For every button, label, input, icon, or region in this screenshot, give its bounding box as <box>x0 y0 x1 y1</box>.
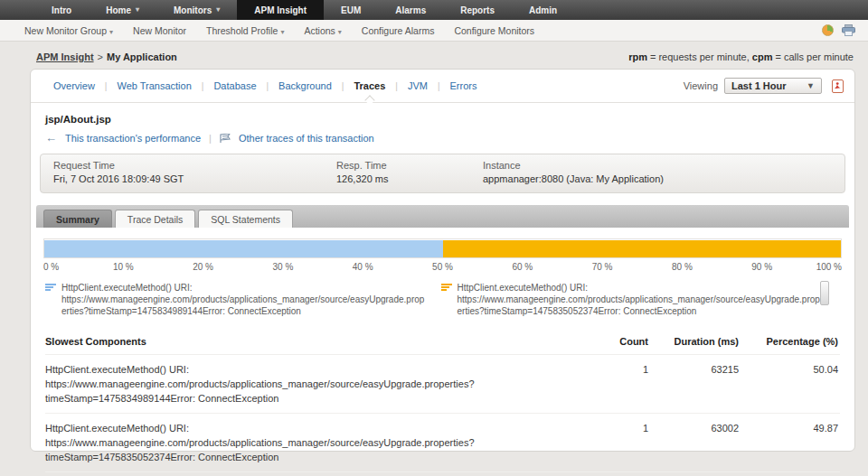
header-count: Count <box>576 336 648 347</box>
nav-item-admin[interactable]: Admin <box>512 0 574 20</box>
tab-traces[interactable]: Traces <box>344 80 395 91</box>
x-tick-label: 20 % <box>193 262 213 272</box>
subtab-trace-details[interactable]: Trace Details <box>115 210 195 228</box>
nav-item-home[interactable]: Home▾ <box>89 0 156 20</box>
x-tick-label: 70 % <box>592 262 613 272</box>
nav-item-intro[interactable]: Intro <box>34 0 89 20</box>
component-breakdown-chart: 0 %10 %20 %30 %40 %50 %60 %70 %80 %90 %1… <box>31 228 854 274</box>
nav-item-apm-insight[interactable]: APM Insight <box>237 0 324 20</box>
slowest-components-table: Slowest Components Count Duration (ms) P… <box>45 330 840 476</box>
nav-item-alarms[interactable]: Alarms <box>378 0 443 20</box>
stacked-bar-plot <box>43 238 842 258</box>
nav-item-label: Admin <box>529 5 557 15</box>
table-row[interactable]: org/apache/jsp/jsp/licenseinfo_jsp._jspS… <box>45 471 840 476</box>
rpm-term: rpm <box>628 51 647 62</box>
legend-item-1: HttpClient.executeMethod() URI:https://w… <box>45 282 429 317</box>
table-header-row: Slowest Components Count Duration (ms) P… <box>45 330 840 354</box>
viewing-control: Viewing Last 1 Hour ▼ <box>684 78 844 94</box>
transaction-title: jsp/About.jsp <box>31 103 854 132</box>
tab-overview[interactable]: Overview <box>43 80 105 91</box>
chevron-down-icon: ▾ <box>136 6 139 14</box>
breadcrumb-separator: > <box>98 51 103 62</box>
section-tabs: Overview|Web Transaction|Database|Backgr… <box>31 70 854 103</box>
info-label: Instance <box>483 159 832 173</box>
legend-text: HttpClient.executeMethod() URI:https://w… <box>458 282 825 317</box>
legend-detail: https://www.manageengine.com/products/ap… <box>61 294 429 317</box>
x-tick-label: 80 % <box>672 262 693 272</box>
units-note: rpm = requests per minute, cpm = calls p… <box>628 51 854 62</box>
chevron-down-icon: ▾ <box>216 6 220 14</box>
header-percentage: Percentage (%) <box>739 336 840 347</box>
x-tick-label: 60 % <box>512 262 533 272</box>
toolbar-item-actions[interactable]: Actions▾ <box>294 25 351 36</box>
info-field-resp-time: Resp. Time126,320 ms <box>336 159 483 186</box>
x-tick-label: 100 % <box>816 262 842 272</box>
subtab-summary[interactable]: Summary <box>43 210 112 228</box>
info-value: Fri, 7 Oct 2016 18:09:49 SGT <box>53 173 336 186</box>
toolbar-item-threshold-profile[interactable]: Threshold Profile▾ <box>196 25 294 36</box>
nav-item-label: Home <box>106 5 131 15</box>
nav-item-label: EUM <box>341 5 361 15</box>
table-row[interactable]: HttpClient.executeMethod() URI: https://… <box>45 413 840 471</box>
other-traces-link[interactable]: Other traces of this transaction <box>239 133 374 144</box>
cpm-term: cpm <box>752 51 773 62</box>
cell-duration: 63215 <box>648 362 739 377</box>
pdf-export-icon[interactable] <box>832 79 844 93</box>
x-tick-label: 40 % <box>353 262 373 272</box>
info-label: Resp. Time <box>336 159 483 173</box>
table-row[interactable]: HttpClient.executeMethod() URI: https://… <box>45 354 840 413</box>
tab-database[interactable]: Database <box>203 80 266 91</box>
nav-item-monitors[interactable]: Monitors▾ <box>156 0 237 20</box>
legend-scrollbar[interactable] <box>820 281 829 305</box>
x-tick-label: 30 % <box>272 262 293 272</box>
bar-segment-2[interactable] <box>443 240 841 257</box>
subtab-sql-statements[interactable]: SQL Statements <box>198 210 293 228</box>
cell-percentage: 50.04 <box>739 362 840 377</box>
printer-icon[interactable] <box>842 24 855 36</box>
trace-info-box: Request TimeFri, 7 Oct 2016 18:09:49 SGT… <box>40 154 845 193</box>
legend-item-2: HttpClient.executeMethod() URI:https://w… <box>441 282 825 317</box>
tab-jvm[interactable]: JVM <box>398 80 438 91</box>
nav-item-reports[interactable]: Reports <box>443 0 512 20</box>
legend-text: HttpClient.executeMethod() URI:https://w… <box>61 282 429 317</box>
x-tick-label: 50 % <box>432 262 453 272</box>
tab-background[interactable]: Background <box>269 80 342 91</box>
tab-web-transaction[interactable]: Web Transaction <box>107 80 201 91</box>
nav-item-label: Reports <box>460 5 495 15</box>
toolbar-item-configure-alarms[interactable]: Configure Alarms <box>352 25 445 36</box>
time-range-select[interactable]: Last 1 Hour ▼ <box>724 78 822 94</box>
toolbar-item-new-monitor-group[interactable]: New Monitor Group▾ <box>14 25 123 36</box>
header-component: Slowest Components <box>45 336 576 347</box>
nav-item-eum[interactable]: EUM <box>324 0 378 20</box>
cpm-def: = calls per minute <box>772 51 854 62</box>
info-field-instance: Instanceappmanager:8080 (Java: My Applic… <box>483 159 832 186</box>
breadcrumb-current: My Application <box>107 51 177 62</box>
pie-chart-icon[interactable] <box>822 24 834 36</box>
trace-subtabs: SummaryTrace DetailsSQL Statements <box>36 205 849 228</box>
header-duration: Duration (ms) <box>648 336 739 347</box>
cell-duration: 63002 <box>648 421 739 435</box>
chevron-down-icon: ▼ <box>807 81 815 90</box>
legend-title: HttpClient.executeMethod() URI: <box>61 282 429 294</box>
chevron-down-icon: ▾ <box>338 28 342 36</box>
traces-flag-icon <box>220 134 231 143</box>
main-panel: Overview|Web Transaction|Database|Backgr… <box>30 69 855 452</box>
chevron-down-icon: ▾ <box>280 28 284 36</box>
x-tick-label: 0 % <box>43 262 59 272</box>
transaction-performance-link[interactable]: This transaction's performance <box>65 133 201 144</box>
info-field-request-time: Request TimeFri, 7 Oct 2016 18:09:49 SGT <box>53 159 336 186</box>
info-value: 126,320 ms <box>336 173 483 186</box>
legend-detail: https://www.manageengine.com/products/ap… <box>458 294 825 317</box>
tab-errors[interactable]: Errors <box>440 80 487 91</box>
bar-segment-1[interactable] <box>44 240 443 257</box>
chevron-down-icon: ▾ <box>109 28 113 36</box>
cell-count: 1 <box>576 421 648 435</box>
toolbar-item-new-monitor[interactable]: New Monitor <box>123 25 196 36</box>
links-separator: | <box>209 133 212 144</box>
breadcrumb-apm-insight-link[interactable]: APM Insight <box>36 51 94 62</box>
toolbar-item-configure-monitors[interactable]: Configure Monitors <box>444 25 544 36</box>
nav-item-label: Monitors <box>174 5 212 15</box>
legend-title: HttpClient.executeMethod() URI: <box>458 282 825 294</box>
back-arrow-icon: ← <box>45 132 57 144</box>
x-tick-label: 90 % <box>751 262 772 272</box>
